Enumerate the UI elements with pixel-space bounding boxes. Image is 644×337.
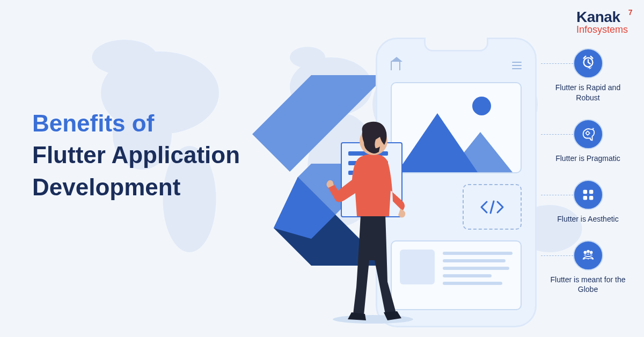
svg-rect-19 <box>583 189 587 194</box>
page-headline: Benefits of Flutter Application Developm… <box>32 107 240 203</box>
benefit-label: Flutter is meant for the Globe <box>549 275 627 295</box>
svg-point-8 <box>290 47 325 68</box>
code-icon <box>479 199 506 215</box>
headline-line3: Development <box>32 174 180 200</box>
benefit-item: Flutter is Rapid and Robust <box>549 48 627 103</box>
benefit-label: Flutter is Pragmatic <box>555 153 620 164</box>
svg-point-23 <box>583 251 587 254</box>
svg-point-25 <box>589 251 592 254</box>
code-card <box>463 184 522 230</box>
headline-line2: Flutter Application <box>32 142 240 168</box>
headline-line1: Benefits of <box>32 110 154 136</box>
benefit-item: Flutter is Pragmatic <box>549 119 627 164</box>
benefit-label: Flutter is Aesthetic <box>557 214 618 224</box>
svg-rect-20 <box>589 189 593 194</box>
phone-notch <box>424 38 488 52</box>
menu-icon <box>512 62 522 69</box>
svg-line-14 <box>491 201 494 213</box>
svg-rect-21 <box>583 196 587 200</box>
home-icon <box>391 61 400 70</box>
grid-icon <box>573 180 603 210</box>
svg-point-9 <box>92 40 157 75</box>
brand-logo: Kanak7 Infosystems <box>576 10 628 35</box>
brain-icon <box>573 119 603 149</box>
benefits-list: Flutter is Rapid and Robust Flutter is P… <box>549 48 627 311</box>
svg-rect-22 <box>589 196 593 200</box>
benefit-item: Flutter is Aesthetic <box>549 180 627 224</box>
logo-line2: Infosystems <box>576 25 628 35</box>
clock-fast-icon <box>573 48 603 78</box>
benefit-label: Flutter is Rapid and Robust <box>549 83 627 103</box>
svg-point-15 <box>333 315 413 324</box>
person-illustration <box>322 121 424 325</box>
svg-point-18 <box>586 131 589 135</box>
svg-point-24 <box>587 250 590 253</box>
logo-line1: Kanak <box>576 9 620 25</box>
globe-team-icon <box>573 240 603 270</box>
phone-topbar <box>391 61 522 70</box>
benefit-item: Flutter is meant for the Globe <box>549 240 627 295</box>
